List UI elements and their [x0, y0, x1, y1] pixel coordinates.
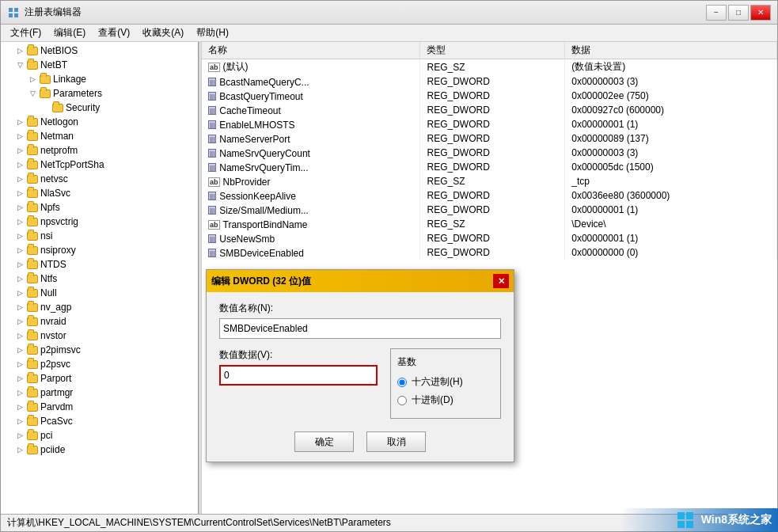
table-row[interactable]: ||| NameSrvQueryCount REG_DWORD 0x000000…: [202, 146, 777, 160]
radio-dec[interactable]: [397, 396, 407, 405]
table-row[interactable]: ||| SessionKeepAlive REG_DWORD 0x0036ee8…: [202, 188, 777, 203]
tree-toggle-nlasvc[interactable]: ▷: [13, 187, 26, 200]
tree-item-nsiproxy[interactable]: ▷ nsiproxy: [1, 243, 198, 257]
tree-toggle-nvraid[interactable]: ▷: [13, 315, 26, 328]
table-row[interactable]: ||| CacheTimeout REG_DWORD 0x000927c0 (6…: [202, 103, 777, 117]
tree-item-parport[interactable]: ▷ Parport: [1, 371, 198, 386]
tree-item-nvagp[interactable]: ▷ nv_agp: [1, 300, 198, 314]
cell-name: ab TransportBindName: [202, 217, 420, 231]
tree-toggle-parvdm[interactable]: ▷: [13, 401, 26, 413]
dialog-cancel-button[interactable]: 取消: [366, 431, 426, 452]
tree-item-pci[interactable]: ▷ pci: [1, 428, 198, 443]
radio-dec-label: 十进制(D): [412, 393, 454, 407]
tree-toggle-pcasvc[interactable]: ▷: [13, 415, 26, 428]
tree-toggle-null[interactable]: ▷: [13, 287, 26, 299]
tree-toggle-netbt[interactable]: ▽: [13, 59, 26, 71]
table-row[interactable]: ||| UseNewSmb REG_DWORD 0x00000001 (1): [202, 231, 777, 245]
folder-icon-nsi: [26, 230, 39, 242]
col-header-data[interactable]: 数据: [565, 42, 777, 59]
dialog-name-input[interactable]: [219, 318, 501, 339]
menu-favorites[interactable]: 收藏夹(A): [136, 25, 190, 41]
tree-item-netbios[interactable]: ▷ NetBIOS: [1, 44, 198, 58]
tree-item-linkage[interactable]: ▷ Linkage: [1, 72, 198, 86]
tree-toggle-npsvctrig[interactable]: ▷: [13, 215, 26, 228]
tree-toggle-npfs[interactable]: ▷: [13, 201, 26, 214]
cell-name: ||| NameSrvQueryCount: [202, 146, 420, 160]
tree-toggle-nvstor[interactable]: ▷: [13, 329, 26, 342]
col-header-name[interactable]: 名称: [202, 42, 420, 59]
tree-item-nsi[interactable]: ▷ nsi: [1, 229, 198, 243]
dialog-ok-button[interactable]: 确定: [294, 431, 354, 452]
tree-item-netprofm[interactable]: ▷ netprofm: [1, 143, 198, 158]
tree-toggle-netlogon[interactable]: ▷: [13, 116, 26, 128]
menu-help[interactable]: 帮助(H): [190, 25, 235, 41]
maximize-button[interactable]: □: [728, 5, 749, 21]
tree-item-npfs[interactable]: ▷ Npfs: [1, 200, 198, 215]
tree-toggle-netvsc[interactable]: ▷: [13, 173, 26, 185]
tree-toggle-partmgr[interactable]: ▷: [13, 386, 26, 399]
table-row[interactable]: ||| BcastNameQueryC... REG_DWORD 0x00000…: [202, 74, 777, 89]
tree-item-pcasvc[interactable]: ▷ PcaSvc: [1, 414, 198, 428]
tree-toggle-ntds[interactable]: ▷: [13, 258, 26, 271]
table-row[interactable]: ||| NameServerPort REG_DWORD 0x00000089 …: [202, 131, 777, 146]
title-bar: 注册表编辑器 − □ ✕: [1, 1, 777, 25]
tree-item-netman[interactable]: ▷ Netman: [1, 129, 198, 143]
tree-toggle-netman[interactable]: ▷: [13, 130, 26, 142]
tree-toggle-nsiproxy[interactable]: ▷: [13, 244, 26, 256]
tree-toggle-nvagp[interactable]: ▷: [13, 301, 26, 314]
tree-item-p2pimsvc[interactable]: ▷ p2pimsvc: [1, 343, 198, 357]
tree-toggle-pciide[interactable]: ▷: [13, 443, 26, 456]
tree-item-npsvctrig[interactable]: ▷ npsvctrig: [1, 215, 198, 229]
tree-toggle-parameters[interactable]: ▽: [26, 87, 39, 100]
tree-toggle-pci[interactable]: ▷: [13, 429, 26, 442]
tree-item-nlasvc[interactable]: ▷ NlaSvc: [1, 186, 198, 200]
tree-item-netvsc[interactable]: ▷ netvsc: [1, 172, 198, 186]
tree-item-null[interactable]: ▷ Null: [1, 286, 198, 300]
folder-icon-parport: [26, 372, 39, 385]
menu-view[interactable]: 查看(V): [92, 25, 136, 41]
tree-toggle-linkage[interactable]: ▷: [26, 73, 39, 86]
tree-item-ntfs[interactable]: ▷ Ntfs: [1, 272, 198, 286]
tree-label-nettcpportsha: NetTcpPortSha: [40, 159, 104, 170]
tree-item-nvraid[interactable]: ▷ nvraid: [1, 314, 198, 329]
table-row[interactable]: ab TransportBindName REG_SZ \Device\: [202, 217, 777, 231]
tree-toggle-nsi[interactable]: ▷: [13, 230, 26, 242]
col-header-type[interactable]: 类型: [420, 42, 565, 59]
tree-item-pciide[interactable]: ▷ pciide: [1, 443, 198, 457]
tree-item-nettcpportsha[interactable]: ▷ NetTcpPortSha: [1, 158, 198, 172]
tree-item-parameters[interactable]: ▽ Parameters: [1, 86, 198, 101]
tree-toggle-ntfs[interactable]: ▷: [13, 272, 26, 285]
tree-toggle-netbios[interactable]: ▷: [13, 44, 26, 57]
dialog-data-input[interactable]: [219, 365, 378, 386]
tree-toggle-netprofm[interactable]: ▷: [13, 144, 26, 157]
table-row[interactable]: ab NbProvider REG_SZ _tcp: [202, 174, 777, 188]
table-row[interactable]: ||| Size/Small/Medium... REG_DWORD 0x000…: [202, 203, 777, 217]
tree-item-nvstor[interactable]: ▷ nvstor: [1, 329, 198, 343]
tree-toggle-p2pimsvc[interactable]: ▷: [13, 344, 26, 356]
tree-toggle-nettcpportsha[interactable]: ▷: [13, 158, 26, 171]
tree-item-p2psvc[interactable]: ▷ p2psvc: [1, 357, 198, 371]
tree-panel[interactable]: ▷ NetBIOS ▽ NetBT ▷ Linkage: [1, 42, 199, 514]
tree-item-parvdm[interactable]: ▷ Parvdm: [1, 400, 198, 414]
table-row[interactable]: ||| EnableLMHOSTS REG_DWORD 0x00000001 (…: [202, 117, 777, 131]
tree-item-ntds[interactable]: ▷ NTDS: [1, 257, 198, 272]
close-button[interactable]: ✕: [750, 5, 771, 21]
menu-file[interactable]: 文件(F): [4, 25, 47, 41]
minimize-button[interactable]: −: [706, 5, 727, 21]
tree-toggle-parport[interactable]: ▷: [13, 372, 26, 385]
cell-data: 0x000927c0 (600000): [565, 103, 777, 117]
dialog-close-button[interactable]: ✕: [493, 274, 509, 288]
table-row[interactable]: ab (默认) REG_SZ (数值未设置): [202, 59, 777, 75]
folder-icon-netlogon: [26, 116, 39, 128]
tree-item-netlogon[interactable]: ▷ Netlogon: [1, 115, 198, 129]
tree-item-netbt[interactable]: ▽ NetBT: [1, 58, 198, 72]
tree-item-partmgr[interactable]: ▷ partmgr: [1, 386, 198, 400]
table-row[interactable]: ||| SMBDeviceEnabled REG_DWORD 0x0000000…: [202, 245, 777, 260]
menu-edit[interactable]: 编辑(E): [47, 25, 92, 41]
table-row[interactable]: ||| BcastQueryTimeout REG_DWORD 0x000002…: [202, 89, 777, 103]
tree-toggle-p2psvc[interactable]: ▷: [13, 358, 26, 370]
table-row[interactable]: ||| NameSrvQueryTim... REG_DWORD 0x00000…: [202, 160, 777, 174]
tree-item-security[interactable]: ▷ Security: [1, 101, 198, 115]
cell-type: REG_DWORD: [420, 74, 565, 89]
radio-hex[interactable]: [397, 378, 407, 387]
